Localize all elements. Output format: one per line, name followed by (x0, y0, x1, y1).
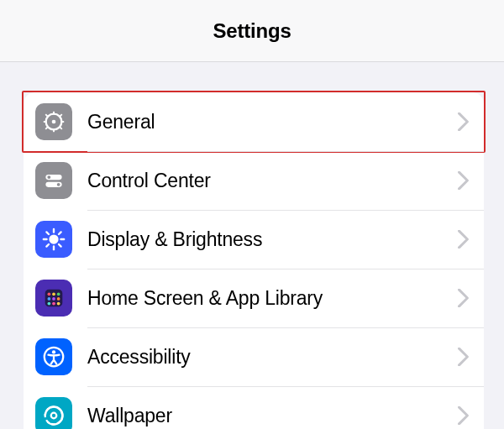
page-title: Settings (213, 19, 291, 43)
settings-content: General Control Center (0, 62, 504, 429)
flower-icon (35, 397, 72, 429)
svg-point-27 (48, 297, 51, 301)
svg-point-26 (57, 292, 60, 296)
svg-point-29 (57, 297, 60, 301)
chevron-right-icon (450, 285, 477, 311)
row-label: Home Screen & App Library (87, 287, 450, 310)
svg-point-30 (48, 302, 51, 306)
svg-point-9 (52, 120, 56, 124)
chevron-right-icon (450, 108, 477, 135)
svg-point-35 (51, 413, 57, 419)
svg-point-28 (52, 297, 55, 301)
row-display-brightness[interactable]: Display & Brightness (24, 210, 484, 269)
app-grid-icon (35, 280, 72, 317)
settings-list: General Control Center (24, 92, 484, 429)
svg-line-21 (46, 244, 49, 247)
sun-icon (35, 221, 72, 258)
row-label: Control Center (87, 170, 450, 192)
gear-icon (35, 103, 72, 140)
chevron-right-icon (450, 402, 477, 429)
svg-point-31 (52, 302, 55, 306)
row-general[interactable]: General (24, 92, 484, 151)
toggles-icon (35, 162, 72, 199)
svg-point-14 (49, 234, 58, 243)
svg-point-25 (52, 292, 55, 296)
svg-line-20 (59, 244, 61, 247)
svg-point-24 (48, 292, 51, 296)
svg-rect-4 (60, 121, 64, 123)
svg-rect-3 (44, 121, 47, 123)
row-control-center[interactable]: Control Center (24, 151, 484, 210)
settings-header: Settings (0, 0, 504, 62)
row-label: Wallpaper (87, 405, 450, 427)
row-label: Display & Brightness (87, 228, 450, 251)
row-label: General (87, 111, 450, 133)
svg-point-13 (57, 183, 60, 186)
svg-point-32 (57, 302, 60, 306)
svg-rect-1 (53, 112, 55, 115)
svg-line-19 (46, 232, 49, 234)
row-home-screen[interactable]: Home Screen & App Library (24, 269, 484, 327)
accessibility-icon (35, 338, 72, 375)
row-accessibility[interactable]: Accessibility (24, 327, 484, 386)
chevron-right-icon (450, 343, 477, 370)
svg-line-22 (59, 232, 61, 234)
svg-point-34 (52, 350, 55, 353)
svg-point-11 (47, 175, 50, 179)
chevron-right-icon (450, 226, 477, 253)
chevron-right-icon (450, 167, 477, 194)
svg-rect-2 (53, 128, 55, 132)
row-wallpaper[interactable]: Wallpaper (24, 386, 484, 429)
row-label: Accessibility (87, 346, 450, 369)
